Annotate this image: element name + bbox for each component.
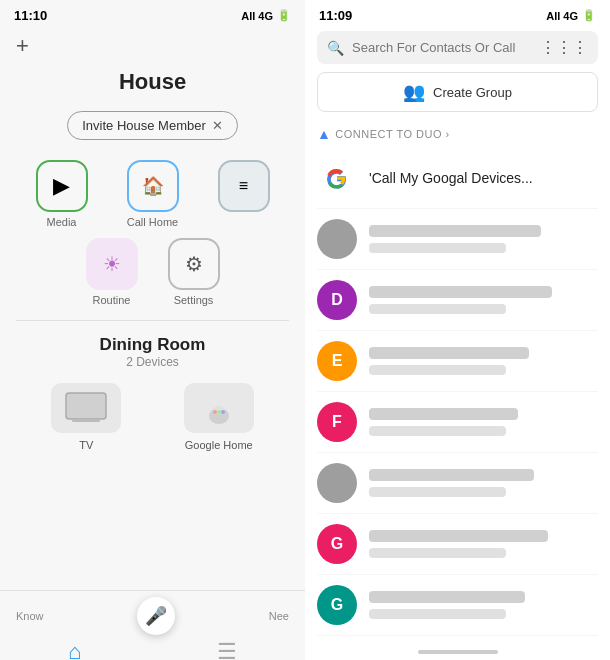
contact-avatar-5: G xyxy=(317,524,357,564)
status-icons-left: All 4G 🔋 xyxy=(241,9,291,22)
time-left: 11:10 xyxy=(14,8,47,23)
tab-list-icon[interactable]: ☰ xyxy=(217,639,237,660)
contact-name-bar xyxy=(369,286,552,298)
contact-sub-bar xyxy=(369,365,506,375)
group-icon: 👥 xyxy=(403,81,425,103)
second-icons-row: ☀ Routine ⚙ Settings xyxy=(16,238,289,306)
contact-sub-bar xyxy=(369,487,506,497)
divider-1 xyxy=(16,320,289,321)
routine-label: Routine xyxy=(93,294,131,306)
create-group-label: Create Group xyxy=(433,85,512,100)
network-left: All 4G xyxy=(241,10,273,22)
contact-sub-bar xyxy=(369,548,506,558)
extra-icon-item[interactable]: ≡ xyxy=(218,160,270,228)
routine-icon: ☀ xyxy=(86,238,138,290)
media-icon-item[interactable]: ▶ Media xyxy=(36,160,88,228)
svg-point-6 xyxy=(221,410,225,414)
contact-name-bar xyxy=(369,469,534,481)
contact-name-bar xyxy=(369,530,548,542)
voice-left-text: Know xyxy=(16,610,44,622)
contact-info-1 xyxy=(369,286,598,314)
contact-name-bar xyxy=(369,408,518,420)
create-group-button[interactable]: 👥 Create Group xyxy=(317,72,598,112)
voice-mic-button[interactable]: 🎤 xyxy=(137,597,175,635)
battery-right: 🔋 xyxy=(582,9,596,22)
house-title: House xyxy=(16,69,289,95)
voice-hint: Know 🎤 Nee xyxy=(0,591,305,635)
tv-icon xyxy=(51,383,121,433)
voice-right-text: Nee xyxy=(269,610,289,622)
tab-bar: ⌂ ☰ xyxy=(0,635,305,660)
call-home-icon-item[interactable]: 🏠 Call Home xyxy=(127,160,179,228)
google-services-label: 'Call My Googal Devices... xyxy=(369,170,533,186)
google-services-item[interactable]: 'Call My Googal Devices... xyxy=(317,148,598,209)
search-input[interactable] xyxy=(352,40,532,55)
invite-label: Invite House Member xyxy=(82,118,206,133)
connect-duo-label: CONNECT TO DUO › xyxy=(335,128,449,140)
settings-icon-item[interactable]: ⚙ Settings xyxy=(168,238,220,306)
search-icon: 🔍 xyxy=(327,40,344,56)
contact-item-5[interactable]: G xyxy=(317,514,598,575)
extra-icon: ≡ xyxy=(218,160,270,212)
bottom-bar: Know 🎤 Nee ⌂ ☰ xyxy=(0,590,305,660)
room-subtitle: 2 Devices xyxy=(20,355,285,369)
battery-left: 🔋 xyxy=(277,9,291,22)
contact-avatar-3: F xyxy=(317,402,357,442)
room-section: Dining Room 2 Devices TV xyxy=(16,335,289,451)
contact-avatar-1: D xyxy=(317,280,357,320)
contact-info-5 xyxy=(369,530,598,558)
contact-sub-bar xyxy=(369,609,506,619)
contact-item-3[interactable]: F xyxy=(317,392,598,453)
contact-info-4 xyxy=(369,469,598,497)
contact-sub-bar xyxy=(369,426,506,436)
google-home-label: Google Home xyxy=(185,439,253,451)
tv-device[interactable]: TV xyxy=(51,383,121,451)
status-bar-left: 11:10 All 4G 🔋 xyxy=(0,0,305,27)
contact-item-6[interactable]: G xyxy=(317,575,598,636)
contact-item-0[interactable] xyxy=(317,209,598,270)
contact-item-1[interactable]: D xyxy=(317,270,598,331)
call-home-label: Call Home xyxy=(127,216,178,228)
contact-name-bar xyxy=(369,347,529,359)
time-right: 11:09 xyxy=(319,8,352,23)
room-title: Dining Room xyxy=(20,335,285,355)
contact-avatar-4 xyxy=(317,463,357,503)
google-home-icon xyxy=(184,383,254,433)
status-icons-right: All 4G 🔋 xyxy=(546,9,596,22)
contact-item-2[interactable]: E xyxy=(317,331,598,392)
contact-avatar-2: E xyxy=(317,341,357,381)
tv-label: TV xyxy=(79,439,93,451)
invite-close-icon: ✕ xyxy=(212,118,223,133)
device-grid: TV Google Home xyxy=(20,383,285,451)
contact-info-0 xyxy=(369,225,598,253)
quick-icons-row: ▶ Media 🏠 Call Home ≡ xyxy=(16,160,289,228)
google-logo xyxy=(317,158,357,198)
contact-name-bar xyxy=(369,225,541,237)
tab-home-icon[interactable]: ⌂ xyxy=(68,639,81,660)
invite-member-button[interactable]: Invite House Member ✕ xyxy=(67,111,238,140)
left-panel: 11:10 All 4G 🔋 + House Invite House Memb… xyxy=(0,0,305,660)
search-bar-container: 🔍 ⋮⋮⋮ xyxy=(305,27,610,72)
contact-sub-bar xyxy=(369,243,506,253)
routine-icon-item[interactable]: ☀ Routine xyxy=(86,238,138,306)
status-bar-right: 11:09 All 4G 🔋 xyxy=(305,0,610,27)
contact-info-6 xyxy=(369,591,598,619)
settings-icon: ⚙ xyxy=(168,238,220,290)
contact-name-bar xyxy=(369,591,525,603)
grid-icon: ⋮⋮⋮ xyxy=(540,38,588,57)
settings-label: Settings xyxy=(174,294,214,306)
svg-rect-1 xyxy=(72,419,100,422)
contact-info-3 xyxy=(369,408,598,436)
contact-avatar-6: G xyxy=(317,585,357,625)
svg-point-5 xyxy=(217,410,221,414)
media-icon: ▶ xyxy=(36,160,88,212)
add-button[interactable]: + xyxy=(16,27,289,69)
contact-sub-bar xyxy=(369,304,506,314)
mic-icon: 🎤 xyxy=(145,605,167,627)
svg-rect-0 xyxy=(66,393,106,419)
network-right: All 4G xyxy=(546,10,578,22)
contacts-list: 'Call My Googal Devices... D E xyxy=(305,148,610,644)
google-home-device[interactable]: Google Home xyxy=(184,383,254,451)
contact-item-4[interactable] xyxy=(317,453,598,514)
connect-duo-bar[interactable]: ▲ CONNECT TO DUO › xyxy=(305,122,610,148)
